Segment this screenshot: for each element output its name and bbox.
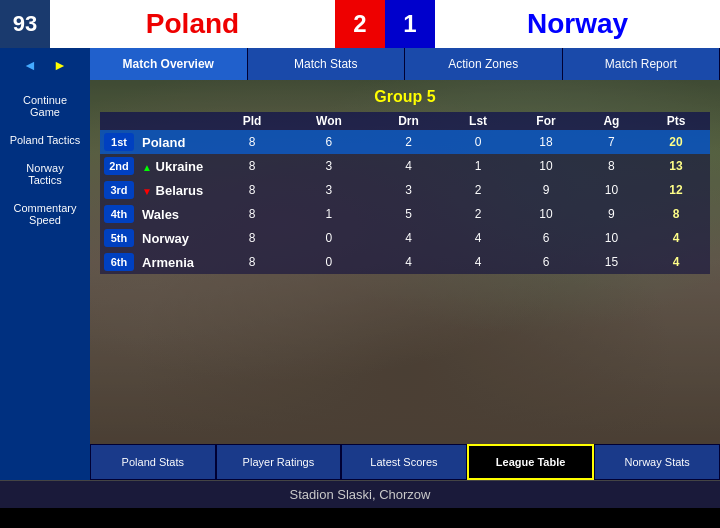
pts-val: 4 <box>642 226 710 250</box>
table-row: 5th Norway 8 0 4 4 6 10 4 <box>100 226 710 250</box>
standings-table: Pld Won Drn Lst For Ag Pts 1st Poland 8 … <box>100 112 710 274</box>
rank-cell: 5th <box>104 229 134 247</box>
drn-val: 5 <box>372 202 445 226</box>
won-val: 0 <box>286 226 372 250</box>
tab-match-report[interactable]: Match Report <box>563 48 721 80</box>
for-val: 6 <box>511 226 581 250</box>
pts-val: 8 <box>642 202 710 226</box>
trend-down-icon: ▼ <box>142 186 152 197</box>
col-pts: Pts <box>642 112 710 130</box>
lst-val: 2 <box>445 178 511 202</box>
lst-val: 0 <box>445 130 511 154</box>
table-row: 6th Armenia 8 0 4 4 6 15 4 <box>100 250 710 274</box>
for-val: 18 <box>511 130 581 154</box>
col-for: For <box>511 112 581 130</box>
tab-match-stats[interactable]: Match Stats <box>248 48 406 80</box>
for-val: 10 <box>511 202 581 226</box>
for-val: 6 <box>511 250 581 274</box>
group-title: Group 5 <box>100 88 710 106</box>
lst-val: 4 <box>445 250 511 274</box>
pld-val: 8 <box>218 226 286 250</box>
bottom-tab-poland-stats[interactable]: Poland Stats <box>90 444 216 480</box>
bottom-tabs: Poland Stats Player Ratings Latest Score… <box>90 444 720 480</box>
home-team-name: Poland <box>50 0 335 48</box>
bottom-tab-norway-stats[interactable]: Norway Stats <box>594 444 720 480</box>
drn-val: 4 <box>372 226 445 250</box>
bottom-tab-latest-scores[interactable]: Latest Scores <box>341 444 467 480</box>
rank-cell: 2nd <box>104 157 134 175</box>
rank-cell: 4th <box>104 205 134 223</box>
sidebar-item-continue-game[interactable]: Continue Game <box>5 88 85 124</box>
table-row: 4th Wales 8 1 5 2 10 9 8 <box>100 202 710 226</box>
col-drn: Drn <box>372 112 445 130</box>
col-lst: Lst <box>445 112 511 130</box>
won-val: 3 <box>286 154 372 178</box>
pld-val: 8 <box>218 178 286 202</box>
sidebar-item-norway-tactics[interactable]: Norway Tactics <box>5 156 85 192</box>
match-minute: 93 <box>0 0 50 48</box>
pld-val: 8 <box>218 250 286 274</box>
team-name: ▲ Ukraine <box>138 154 218 178</box>
lst-val: 4 <box>445 226 511 250</box>
tab-match-overview[interactable]: Match Overview <box>90 48 248 80</box>
rank-cell: 6th <box>104 253 134 271</box>
trend-up-icon: ▲ <box>142 162 152 173</box>
ag-val: 9 <box>581 202 642 226</box>
nav-left-arrow[interactable]: ◄ <box>19 56 41 74</box>
table-row: 1st Poland 8 6 2 0 18 7 20 <box>100 130 710 154</box>
team-name: Wales <box>138 202 218 226</box>
ag-val: 15 <box>581 250 642 274</box>
ag-val: 7 <box>581 130 642 154</box>
lst-val: 2 <box>445 202 511 226</box>
drn-val: 3 <box>372 178 445 202</box>
pts-val: 4 <box>642 250 710 274</box>
away-score: 1 <box>385 0 435 48</box>
lst-val: 1 <box>445 154 511 178</box>
team-name: Armenia <box>138 250 218 274</box>
won-val: 0 <box>286 250 372 274</box>
table-row: 2nd ▲ Ukraine 8 3 4 1 10 8 13 <box>100 154 710 178</box>
drn-val: 4 <box>372 250 445 274</box>
team-name: ▼ Belarus <box>138 178 218 202</box>
pts-val: 20 <box>642 130 710 154</box>
rank-cell: 1st <box>104 133 134 151</box>
won-val: 3 <box>286 178 372 202</box>
tab-bar: Match Overview Match Stats Action Zones … <box>90 48 720 80</box>
bottom-tab-player-ratings[interactable]: Player Ratings <box>216 444 342 480</box>
pld-val: 8 <box>218 130 286 154</box>
team-name: Norway <box>138 226 218 250</box>
main-panel: Group 5 Pld Won Drn Lst For Ag Pts <box>90 80 720 444</box>
for-val: 9 <box>511 178 581 202</box>
ag-val: 10 <box>581 178 642 202</box>
pts-val: 12 <box>642 178 710 202</box>
pld-val: 8 <box>218 202 286 226</box>
pld-val: 8 <box>218 154 286 178</box>
home-score: 2 <box>335 0 385 48</box>
nav-right-arrow[interactable]: ► <box>49 56 71 74</box>
rank-cell: 3rd <box>104 181 134 199</box>
col-pld: Pld <box>218 112 286 130</box>
table-row: 3rd ▼ Belarus 8 3 3 2 9 10 12 <box>100 178 710 202</box>
stadium-bar: Stadion Slaski, Chorzow <box>0 480 720 508</box>
team-name: Poland <box>138 130 218 154</box>
sidebar: ◄ ► Continue Game Poland Tactics Norway … <box>0 48 90 480</box>
bottom-tab-league-table[interactable]: League Table <box>467 444 595 480</box>
tab-action-zones[interactable]: Action Zones <box>405 48 563 80</box>
stadium-name: Stadion Slaski, Chorzow <box>290 487 431 502</box>
col-won: Won <box>286 112 372 130</box>
ag-val: 8 <box>581 154 642 178</box>
col-ag: Ag <box>581 112 642 130</box>
away-team-name: Norway <box>435 0 720 48</box>
sidebar-item-commentary-speed[interactable]: Commentary Speed <box>5 196 85 232</box>
pts-val: 13 <box>642 154 710 178</box>
sidebar-item-poland-tactics[interactable]: Poland Tactics <box>5 128 85 152</box>
drn-val: 4 <box>372 154 445 178</box>
won-val: 1 <box>286 202 372 226</box>
ag-val: 10 <box>581 226 642 250</box>
for-val: 10 <box>511 154 581 178</box>
drn-val: 2 <box>372 130 445 154</box>
won-val: 6 <box>286 130 372 154</box>
